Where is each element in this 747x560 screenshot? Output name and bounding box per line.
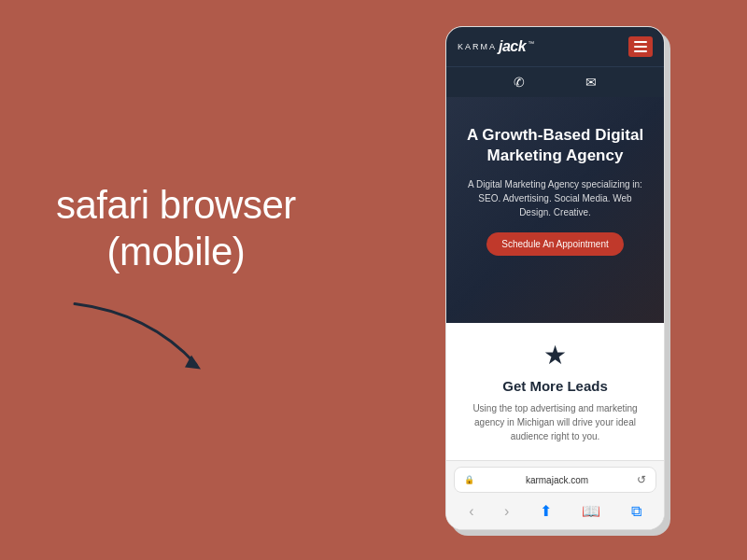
leads-section: ★ Get More Leads Using the top advertisi…	[446, 323, 664, 460]
address-bar[interactable]: 🔒 karmajack.com ↺	[454, 467, 656, 493]
email-icon[interactable]: ✉	[585, 75, 597, 90]
nav-bar: KARMA jack ™	[446, 27, 664, 66]
safari-toolbar: ‹ › ⬆ 📖 ⧉	[446, 497, 664, 529]
bookmarks-button[interactable]: 📖	[578, 500, 604, 522]
hamburger-line	[634, 41, 647, 43]
browser-label: safari browser (mobile)	[56, 182, 296, 379]
schedule-appointment-button[interactable]: Schedule An Appointment	[486, 232, 624, 256]
hero-section: A Growth-Based Digital Marketing Agency …	[446, 97, 664, 323]
hero-title: A Growth-Based Digital Marketing Agency	[461, 125, 649, 166]
contact-row: ✆ ✉	[446, 66, 664, 97]
label-line2: (mobile)	[56, 229, 296, 275]
phone-icon[interactable]: ✆	[514, 75, 525, 90]
tabs-button[interactable]: ⧉	[627, 501, 645, 522]
back-button[interactable]: ‹	[465, 501, 477, 522]
lock-icon: 🔒	[464, 475, 474, 484]
phone-mockup: KARMA jack ™ ✆ ✉ A Growth-Based Digital …	[445, 26, 665, 530]
logo-karma-text: KARMA	[458, 42, 497, 51]
arrow-icon	[56, 294, 205, 378]
star-icon: ★	[459, 340, 651, 371]
phone-frame: KARMA jack ™ ✆ ✉ A Growth-Based Digital …	[445, 26, 665, 530]
hamburger-line	[634, 50, 647, 52]
label-line1: safari browser	[56, 182, 296, 229]
leads-text: Using the top advertising and marketing …	[459, 401, 651, 443]
reload-icon[interactable]: ↺	[637, 473, 646, 486]
logo-tm-text: ™	[528, 40, 534, 47]
leads-title: Get More Leads	[459, 378, 651, 394]
forward-button[interactable]: ›	[500, 501, 513, 522]
hamburger-menu-button[interactable]	[628, 36, 653, 57]
hero-subtitle: A Digital Marketing Agency specializing …	[461, 177, 649, 219]
logo: KARMA jack ™	[458, 38, 534, 55]
safari-bottom-bar: 🔒 karmajack.com ↺ ‹ › ⬆ 📖 ⧉	[446, 460, 664, 529]
share-button[interactable]: ⬆	[536, 500, 556, 522]
hamburger-line	[634, 46, 647, 48]
url-text: karmajack.com	[477, 475, 637, 485]
logo-jack-text: jack	[499, 38, 526, 55]
browser-content: KARMA jack ™ ✆ ✉ A Growth-Based Digital …	[446, 27, 664, 460]
